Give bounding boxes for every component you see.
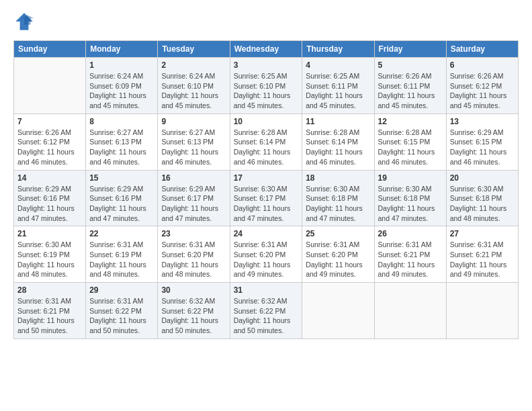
- weekday-header: Monday: [86, 41, 158, 58]
- day-number: 9: [161, 117, 226, 126]
- calendar-day-cell: 8Sunrise: 6:27 AMSunset: 6:13 PMDaylight…: [86, 113, 158, 170]
- calendar-week-row: 21Sunrise: 6:30 AMSunset: 6:19 PMDayligh…: [14, 226, 519, 283]
- day-number: 8: [89, 117, 154, 126]
- calendar-week-row: 28Sunrise: 6:31 AMSunset: 6:21 PMDayligh…: [14, 283, 519, 339]
- calendar-day-cell: 1Sunrise: 6:24 AMSunset: 6:09 PMDaylight…: [86, 58, 158, 114]
- day-number: 14: [17, 173, 82, 183]
- calendar-day-cell: 14Sunrise: 6:29 AMSunset: 6:16 PMDayligh…: [14, 170, 86, 226]
- calendar-day-cell: [302, 283, 374, 339]
- day-info: Sunrise: 6:30 AMSunset: 6:18 PMDaylight:…: [306, 184, 370, 224]
- day-number: 1: [89, 60, 154, 70]
- calendar-table: SundayMondayTuesdayWednesdayThursdayFrid…: [13, 40, 519, 339]
- calendar-day-cell: 31Sunrise: 6:32 AMSunset: 6:22 PMDayligh…: [230, 283, 302, 339]
- day-number: 22: [89, 229, 154, 238]
- calendar-day-cell: 5Sunrise: 6:26 AMSunset: 6:11 PMDaylight…: [374, 58, 446, 114]
- weekday-header: Saturday: [446, 41, 518, 58]
- day-number: 27: [450, 229, 515, 238]
- day-info: Sunrise: 6:29 AMSunset: 6:16 PMDaylight:…: [17, 184, 82, 224]
- calendar-day-cell: 13Sunrise: 6:29 AMSunset: 6:15 PMDayligh…: [446, 113, 518, 170]
- calendar-day-cell: 3Sunrise: 6:25 AMSunset: 6:10 PMDaylight…: [230, 58, 302, 114]
- calendar-day-cell: 26Sunrise: 6:31 AMSunset: 6:21 PMDayligh…: [374, 226, 446, 283]
- calendar-day-cell: 21Sunrise: 6:30 AMSunset: 6:19 PMDayligh…: [14, 226, 86, 283]
- day-info: Sunrise: 6:30 AMSunset: 6:18 PMDaylight:…: [378, 184, 443, 224]
- weekday-header: Tuesday: [158, 41, 230, 58]
- day-number: 30: [161, 285, 226, 295]
- day-info: Sunrise: 6:32 AMSunset: 6:22 PMDaylight:…: [234, 296, 299, 336]
- day-info: Sunrise: 6:29 AMSunset: 6:15 PMDaylight:…: [450, 128, 515, 167]
- day-number: 7: [17, 117, 82, 126]
- day-number: 28: [17, 285, 82, 295]
- calendar-day-cell: [446, 283, 518, 339]
- logo-icon: [13, 11, 35, 32]
- day-info: Sunrise: 6:25 AMSunset: 6:10 PMDaylight:…: [234, 71, 299, 111]
- day-info: Sunrise: 6:30 AMSunset: 6:19 PMDaylight:…: [17, 240, 82, 279]
- day-number: 23: [161, 229, 226, 238]
- day-number: 4: [306, 60, 370, 70]
- day-info: Sunrise: 6:28 AMSunset: 6:14 PMDaylight:…: [234, 128, 299, 167]
- calendar-header-row: SundayMondayTuesdayWednesdayThursdayFrid…: [14, 41, 519, 58]
- logo: [13, 11, 38, 32]
- day-info: Sunrise: 6:29 AMSunset: 6:16 PMDaylight:…: [89, 184, 154, 224]
- weekday-header: Wednesday: [230, 41, 302, 58]
- day-info: Sunrise: 6:31 AMSunset: 6:21 PMDaylight:…: [378, 240, 443, 279]
- day-number: 24: [234, 229, 299, 238]
- weekday-header: Sunday: [14, 41, 86, 58]
- day-number: 13: [450, 117, 515, 126]
- day-info: Sunrise: 6:31 AMSunset: 6:19 PMDaylight:…: [89, 240, 154, 279]
- day-info: Sunrise: 6:28 AMSunset: 6:15 PMDaylight:…: [378, 128, 443, 167]
- day-info: Sunrise: 6:29 AMSunset: 6:17 PMDaylight:…: [161, 184, 226, 224]
- calendar-day-cell: 27Sunrise: 6:31 AMSunset: 6:21 PMDayligh…: [446, 226, 518, 283]
- day-number: 25: [306, 229, 370, 238]
- day-info: Sunrise: 6:27 AMSunset: 6:13 PMDaylight:…: [161, 128, 226, 167]
- calendar-day-cell: [14, 58, 86, 114]
- day-info: Sunrise: 6:24 AMSunset: 6:10 PMDaylight:…: [161, 71, 226, 111]
- calendar-day-cell: 17Sunrise: 6:30 AMSunset: 6:17 PMDayligh…: [230, 170, 302, 226]
- day-number: 15: [89, 173, 154, 183]
- day-number: 18: [306, 173, 370, 183]
- day-info: Sunrise: 6:25 AMSunset: 6:11 PMDaylight:…: [306, 71, 370, 111]
- calendar-day-cell: 7Sunrise: 6:26 AMSunset: 6:12 PMDaylight…: [14, 113, 86, 170]
- calendar-day-cell: 22Sunrise: 6:31 AMSunset: 6:19 PMDayligh…: [86, 226, 158, 283]
- day-info: Sunrise: 6:24 AMSunset: 6:09 PMDaylight:…: [89, 71, 154, 111]
- calendar-day-cell: 25Sunrise: 6:31 AMSunset: 6:20 PMDayligh…: [302, 226, 374, 283]
- calendar-week-row: 7Sunrise: 6:26 AMSunset: 6:12 PMDaylight…: [14, 113, 519, 170]
- calendar-day-cell: 20Sunrise: 6:30 AMSunset: 6:18 PMDayligh…: [446, 170, 518, 226]
- day-number: 20: [450, 173, 515, 183]
- day-info: Sunrise: 6:31 AMSunset: 6:22 PMDaylight:…: [89, 296, 154, 336]
- calendar-day-cell: 18Sunrise: 6:30 AMSunset: 6:18 PMDayligh…: [302, 170, 374, 226]
- day-info: Sunrise: 6:31 AMSunset: 6:21 PMDaylight:…: [17, 296, 82, 336]
- day-number: 31: [234, 285, 299, 295]
- day-number: 12: [378, 117, 443, 126]
- day-info: Sunrise: 6:27 AMSunset: 6:13 PMDaylight:…: [89, 128, 154, 167]
- day-info: Sunrise: 6:31 AMSunset: 6:20 PMDaylight:…: [306, 240, 370, 279]
- day-info: Sunrise: 6:26 AMSunset: 6:12 PMDaylight:…: [17, 128, 82, 167]
- page-container: SundayMondayTuesdayWednesdayThursdayFrid…: [0, 0, 532, 346]
- calendar-day-cell: 15Sunrise: 6:29 AMSunset: 6:16 PMDayligh…: [86, 170, 158, 226]
- calendar-day-cell: 16Sunrise: 6:29 AMSunset: 6:17 PMDayligh…: [158, 170, 230, 226]
- day-number: 19: [378, 173, 443, 183]
- calendar-day-cell: 24Sunrise: 6:31 AMSunset: 6:20 PMDayligh…: [230, 226, 302, 283]
- calendar-day-cell: 2Sunrise: 6:24 AMSunset: 6:10 PMDaylight…: [158, 58, 230, 114]
- calendar-day-cell: 9Sunrise: 6:27 AMSunset: 6:13 PMDaylight…: [158, 113, 230, 170]
- day-number: 11: [306, 117, 370, 126]
- calendar-day-cell: 23Sunrise: 6:31 AMSunset: 6:20 PMDayligh…: [158, 226, 230, 283]
- calendar-week-row: 1Sunrise: 6:24 AMSunset: 6:09 PMDaylight…: [14, 58, 519, 114]
- calendar-week-row: 14Sunrise: 6:29 AMSunset: 6:16 PMDayligh…: [14, 170, 519, 226]
- weekday-header: Thursday: [302, 41, 374, 58]
- day-info: Sunrise: 6:31 AMSunset: 6:21 PMDaylight:…: [450, 240, 515, 279]
- calendar-day-cell: 4Sunrise: 6:25 AMSunset: 6:11 PMDaylight…: [302, 58, 374, 114]
- day-info: Sunrise: 6:30 AMSunset: 6:17 PMDaylight:…: [234, 184, 299, 224]
- day-info: Sunrise: 6:31 AMSunset: 6:20 PMDaylight:…: [234, 240, 299, 279]
- page-header: [13, 11, 519, 32]
- day-info: Sunrise: 6:30 AMSunset: 6:18 PMDaylight:…: [450, 184, 515, 224]
- calendar-day-cell: 12Sunrise: 6:28 AMSunset: 6:15 PMDayligh…: [374, 113, 446, 170]
- day-number: 16: [161, 173, 226, 183]
- calendar-day-cell: 11Sunrise: 6:28 AMSunset: 6:14 PMDayligh…: [302, 113, 374, 170]
- day-info: Sunrise: 6:31 AMSunset: 6:20 PMDaylight:…: [161, 240, 226, 279]
- weekday-header: Friday: [374, 41, 446, 58]
- calendar-day-cell: 10Sunrise: 6:28 AMSunset: 6:14 PMDayligh…: [230, 113, 302, 170]
- day-info: Sunrise: 6:28 AMSunset: 6:14 PMDaylight:…: [306, 128, 370, 167]
- calendar-day-cell: 19Sunrise: 6:30 AMSunset: 6:18 PMDayligh…: [374, 170, 446, 226]
- day-info: Sunrise: 6:26 AMSunset: 6:12 PMDaylight:…: [450, 71, 515, 111]
- calendar-day-cell: 28Sunrise: 6:31 AMSunset: 6:21 PMDayligh…: [14, 283, 86, 339]
